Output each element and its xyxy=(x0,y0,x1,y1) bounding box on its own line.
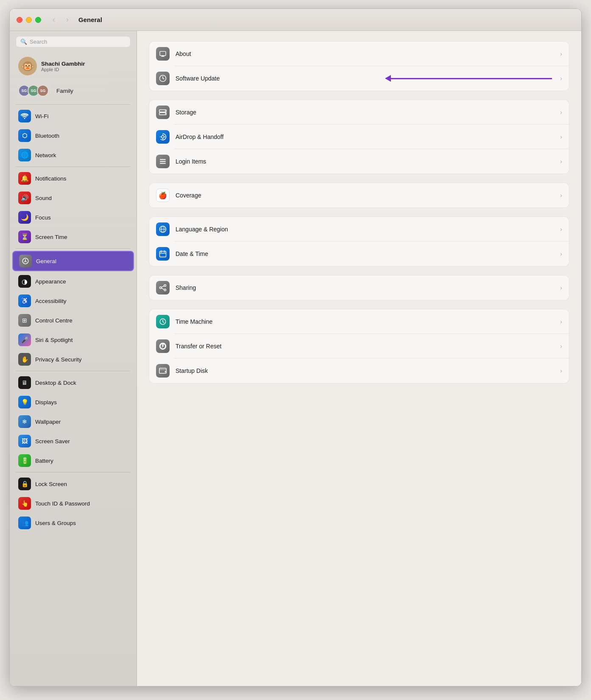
svg-point-8 xyxy=(162,136,164,138)
content-panel: About › Software Update › xyxy=(137,31,581,686)
privacy-icon: ✋ xyxy=(18,353,31,366)
sidebar-item-wifi[interactable]: Wi-Fi xyxy=(12,107,134,125)
timemachine-label: Time Machine xyxy=(176,318,554,325)
storage-chevron: › xyxy=(560,109,562,116)
family-avatar-3: SG xyxy=(37,85,49,97)
settings-row-airdrop[interactable]: AirDrop & Handoff › xyxy=(149,125,569,149)
settings-row-storage[interactable]: Storage › xyxy=(149,100,569,125)
traffic-lights xyxy=(17,17,41,23)
svg-point-19 xyxy=(160,287,162,289)
screentime-label: Screen Time xyxy=(35,234,67,240)
settings-row-transferreset[interactable]: Transfer or Reset › xyxy=(149,334,569,358)
nav-buttons: ‹ › xyxy=(48,14,73,26)
language-label: Language & Region xyxy=(176,226,554,233)
sidebar-item-screentime[interactable]: ⏳ Screen Time xyxy=(12,228,134,246)
startupdisk-chevron: › xyxy=(560,367,562,374)
sidebar-item-sound[interactable]: 🔊 Sound xyxy=(12,189,134,207)
siri-icon: 🎤 xyxy=(18,333,31,346)
battery-icon: 🔋 xyxy=(18,454,31,467)
sidebar-item-lockscreen[interactable]: 🔒 Lock Screen xyxy=(12,475,134,493)
family-avatars: SG SG SG xyxy=(18,85,46,97)
lockscreen-label: Lock Screen xyxy=(35,481,67,487)
sidebar-divider-4 xyxy=(16,371,131,371)
back-button[interactable]: ‹ xyxy=(48,14,60,26)
desktop-icon: 🖥 xyxy=(18,376,31,389)
sidebar: 🔍 🐵 Shachi Gambhir Apple ID SG SG xyxy=(10,31,137,686)
displays-icon: 💡 xyxy=(18,396,31,408)
sidebar-item-wallpaper[interactable]: ❄ Wallpaper xyxy=(12,412,134,431)
family-row[interactable]: SG SG SG Family xyxy=(12,81,134,100)
titlebar: ‹ › General xyxy=(10,9,581,31)
sidebar-divider-1 xyxy=(16,104,131,105)
sidebar-item-network[interactable]: 🌐 Network xyxy=(12,146,134,164)
settings-row-language[interactable]: Language & Region › xyxy=(149,217,569,242)
users-icon: 👥 xyxy=(18,517,31,529)
minimize-button[interactable] xyxy=(26,17,32,23)
svg-rect-26 xyxy=(159,369,167,370)
sharing-label: Sharing xyxy=(176,284,554,291)
sidebar-item-controlcentre[interactable]: ⊞ Control Centre xyxy=(12,311,134,330)
accessibility-label: Accessibility xyxy=(35,298,67,304)
svg-rect-2 xyxy=(161,56,164,57)
screentime-icon: ⏳ xyxy=(18,231,31,243)
sidebar-item-screensaver[interactable]: 🖼 Screen Saver xyxy=(12,432,134,450)
maximize-button[interactable] xyxy=(35,17,41,23)
sidebar-item-touchid[interactable]: 👆 Touch ID & Password xyxy=(12,494,134,513)
sidebar-item-notifications[interactable]: 🔔 Notifications xyxy=(12,169,134,188)
sidebar-item-siri[interactable]: 🎤 Siri & Spotlight xyxy=(12,331,134,349)
forward-button[interactable]: › xyxy=(61,14,73,26)
softwareupdate-icon xyxy=(156,72,170,85)
avatar: 🐵 xyxy=(18,57,37,75)
sidebar-item-accessibility[interactable]: ♿ Accessibility xyxy=(12,292,134,310)
displays-label: Displays xyxy=(35,399,57,406)
settings-row-loginitems[interactable]: Login Items › xyxy=(149,149,569,174)
about-chevron: › xyxy=(560,50,562,57)
settings-group-3: 🍎 Coverage › xyxy=(149,183,569,208)
settings-row-about[interactable]: About › xyxy=(149,42,569,66)
lockscreen-icon: 🔒 xyxy=(18,478,31,490)
wallpaper-label: Wallpaper xyxy=(35,419,61,425)
settings-row-coverage[interactable]: 🍎 Coverage › xyxy=(149,183,569,208)
sidebar-divider-3 xyxy=(16,248,131,249)
coverage-label: Coverage xyxy=(176,192,554,199)
settings-row-startupdisk[interactable]: Startup Disk › xyxy=(149,358,569,383)
appearance-label: Appearance xyxy=(35,278,66,285)
screensaver-icon: 🖼 xyxy=(18,435,31,447)
sharing-icon xyxy=(156,281,170,294)
svg-rect-15 xyxy=(160,251,166,257)
apple-id-label: Apple ID xyxy=(41,67,85,72)
startupdisk-label: Startup Disk xyxy=(176,367,554,374)
svg-rect-25 xyxy=(159,368,167,373)
privacy-label: Privacy & Security xyxy=(35,356,82,363)
sidebar-item-displays[interactable]: 💡 Displays xyxy=(12,393,134,411)
sidebar-item-appearance[interactable]: ◑ Appearance xyxy=(12,272,134,291)
notifications-label: Notifications xyxy=(35,175,67,182)
close-button[interactable] xyxy=(17,17,22,23)
settings-row-timemachine[interactable]: Time Machine › xyxy=(149,309,569,334)
settings-row-datetime[interactable]: Date & Time › xyxy=(149,242,569,266)
system-preferences-window: ‹ › General 🔍 🐵 Shachi Gambhir App xyxy=(9,8,582,686)
sidebar-item-privacy[interactable]: ✋ Privacy & Security xyxy=(12,350,134,369)
search-input[interactable] xyxy=(30,39,126,45)
family-label: Family xyxy=(56,88,73,94)
loginitems-chevron: › xyxy=(560,158,562,165)
sidebar-item-desktop[interactable]: 🖥 Desktop & Dock xyxy=(12,373,134,392)
wifi-label: Wi-Fi xyxy=(35,113,48,119)
settings-row-softwareupdate[interactable]: Software Update › xyxy=(149,66,569,91)
user-profile[interactable]: 🐵 Shachi Gambhir Apple ID xyxy=(12,53,134,80)
sidebar-item-bluetooth[interactable]: ⬡ Bluetooth xyxy=(12,126,134,145)
softwareupdate-label: Software Update xyxy=(176,75,554,82)
sidebar-item-focus[interactable]: 🌙 Focus xyxy=(12,208,134,227)
sidebar-item-battery[interactable]: 🔋 Battery xyxy=(12,451,134,470)
svg-line-22 xyxy=(162,286,164,287)
settings-group-1: About › Software Update › xyxy=(149,41,569,91)
sidebar-item-users[interactable]: 👥 Users & Groups xyxy=(12,514,134,532)
main-content: 🔍 🐵 Shachi Gambhir Apple ID SG SG xyxy=(10,31,581,686)
about-icon xyxy=(156,47,170,61)
settings-row-sharing[interactable]: Sharing › xyxy=(149,275,569,300)
users-label: Users & Groups xyxy=(35,520,76,526)
svg-point-27 xyxy=(165,371,166,372)
window-title: General xyxy=(78,16,102,23)
focus-label: Focus xyxy=(35,214,51,221)
sidebar-item-general[interactable]: General xyxy=(12,251,134,271)
